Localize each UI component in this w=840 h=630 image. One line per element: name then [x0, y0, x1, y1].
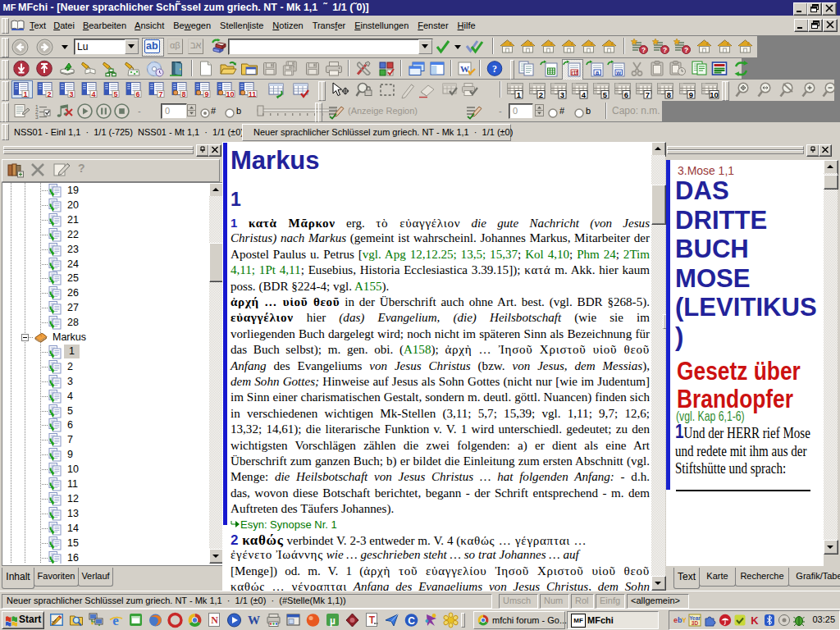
svg-text:10: 10 — [226, 90, 234, 98]
svg-text:8: 8 — [181, 90, 185, 98]
svg-text:10: 10 — [710, 90, 719, 99]
svg-text:2: 2 — [539, 90, 543, 99]
svg-text:11: 11 — [249, 90, 257, 98]
svg-text:Y: Y — [682, 616, 686, 624]
svg-text:N: N — [211, 614, 218, 626]
svg-text:e: e — [112, 613, 119, 628]
svg-text:5: 5 — [603, 90, 608, 99]
svg-text:1: 1 — [517, 90, 522, 99]
svg-text:?: ? — [684, 46, 688, 54]
svg-text:3D: 3D — [692, 620, 699, 626]
svg-text:7: 7 — [158, 90, 162, 98]
svg-text:4: 4 — [91, 90, 95, 98]
svg-text:w: w — [615, 69, 621, 76]
svg-text:5: 5 — [113, 90, 117, 98]
svg-text:rtf: rtf — [571, 69, 578, 76]
svg-text:W: W — [460, 64, 469, 74]
svg-text:2: 2 — [47, 90, 51, 98]
svg-text:3: 3 — [35, 114, 39, 120]
svg-text:C: C — [408, 615, 415, 627]
svg-text:8: 8 — [667, 90, 671, 99]
svg-text:4: 4 — [582, 90, 587, 99]
svg-text:?: ? — [641, 46, 646, 54]
svg-text:9: 9 — [689, 90, 693, 99]
svg-text:7: 7 — [646, 90, 650, 99]
svg-text:?: ? — [663, 46, 667, 54]
svg-text:6: 6 — [135, 90, 139, 98]
svg-text:1: 1 — [23, 90, 27, 98]
svg-text:3: 3 — [560, 90, 564, 99]
svg-text:3: 3 — [69, 90, 73, 98]
svg-text:6: 6 — [624, 90, 628, 99]
svg-text:µ: µ — [330, 615, 336, 627]
svg-text:?: ? — [492, 63, 497, 75]
svg-text:K: K — [751, 614, 759, 627]
svg-text:9: 9 — [204, 90, 208, 98]
svg-text:W: W — [248, 614, 260, 627]
